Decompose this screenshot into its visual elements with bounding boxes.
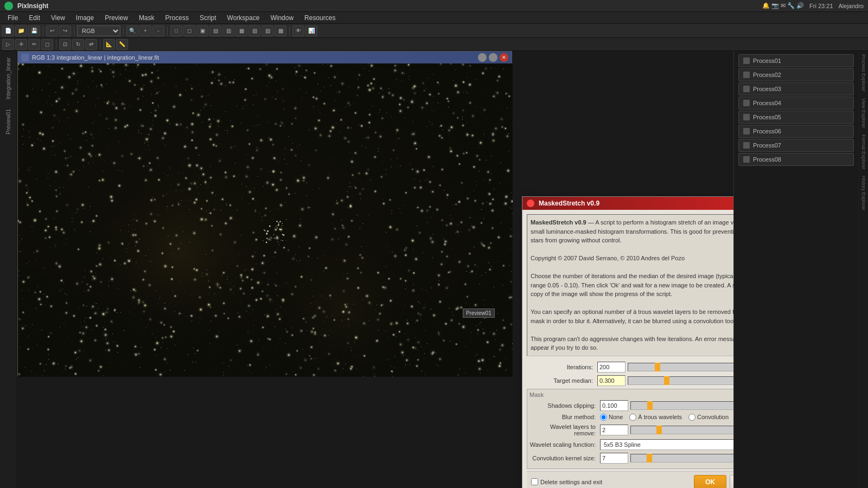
integration-linear-tab[interactable]: Integration_linear bbox=[3, 53, 14, 104]
process03-btn[interactable]: Process03 bbox=[738, 82, 854, 95]
blur-atrous-radio[interactable]: À trous wavelets bbox=[629, 414, 682, 421]
menu-window[interactable]: Window bbox=[265, 13, 299, 23]
dialog-title: MaskedStretch v0.9 bbox=[539, 200, 599, 207]
image-window-title: RGB 1:3 integration_linear | integration… bbox=[32, 54, 159, 61]
process02-btn[interactable]: Process02 bbox=[738, 68, 854, 81]
tb1[interactable]: □ bbox=[170, 25, 182, 36]
wavelet-layers-slider[interactable] bbox=[630, 426, 733, 434]
move-btn[interactable]: ✛ bbox=[15, 39, 27, 50]
convolution-kernel-label: Convolution kernel size: bbox=[529, 455, 600, 461]
eraser-btn[interactable]: ◻ bbox=[41, 39, 53, 50]
blur-atrous-input[interactable] bbox=[629, 414, 636, 421]
process06-btn[interactable]: Process06 bbox=[738, 125, 854, 138]
tb3[interactable]: ▣ bbox=[196, 25, 208, 36]
delete-settings-label[interactable]: Delete settings and exit bbox=[531, 478, 694, 485]
new-btn[interactable]: 📄 bbox=[2, 25, 14, 36]
flip-btn[interactable]: ⇌ bbox=[85, 39, 97, 50]
delete-settings-checkbox[interactable] bbox=[531, 478, 538, 485]
blur-convolution-radio[interactable]: Convolution bbox=[688, 414, 729, 421]
tb2[interactable]: ◻ bbox=[183, 25, 195, 36]
target-median-label: Target median: bbox=[527, 377, 597, 384]
target-median-input[interactable] bbox=[597, 375, 626, 386]
menu-resources[interactable]: Resources bbox=[299, 13, 341, 23]
tb7[interactable]: ▧ bbox=[248, 25, 260, 36]
wavelet-layers-input[interactable] bbox=[600, 425, 628, 435]
process07-btn[interactable]: Process07 bbox=[738, 139, 854, 152]
menu-file[interactable]: File bbox=[2, 13, 23, 23]
wavelet-scaling-select[interactable]: 5x5 B3 Spline 3x3 Linear Hann Hamming bbox=[600, 439, 733, 450]
shadows-clipping-input[interactable] bbox=[600, 400, 628, 411]
wavelet-layers-label: Wavelet layers to remove: bbox=[529, 423, 600, 436]
history-explorer-tab[interactable]: History Explorer bbox=[860, 172, 867, 214]
dialog-title-bar[interactable]: MaskedStretch v0.9 bbox=[522, 197, 733, 210]
process08-btn[interactable]: Process08 bbox=[738, 153, 854, 166]
tb6[interactable]: ▦ bbox=[235, 25, 247, 36]
open-btn[interactable]: 📁 bbox=[15, 25, 27, 36]
zoom-in-btn[interactable]: + bbox=[139, 25, 151, 36]
view-explorer-tab[interactable]: View Explorer bbox=[860, 95, 867, 131]
iterations-input[interactable] bbox=[597, 362, 626, 373]
menu-image[interactable]: Image bbox=[71, 13, 99, 23]
title-bar: PixInsight 🔔 📷 ✉ 🔧 🔊 Fri 23:21 Alejandro bbox=[0, 0, 868, 12]
menu-process[interactable]: Process bbox=[160, 13, 194, 23]
select-btn[interactable]: ▷ bbox=[2, 39, 14, 50]
convolution-kernel-row: Convolution kernel size: bbox=[529, 453, 733, 464]
target-median-slider[interactable] bbox=[628, 376, 733, 385]
blur-none-radio[interactable]: None bbox=[600, 414, 623, 421]
preview01-tab[interactable]: Preview01 bbox=[3, 105, 14, 139]
process05-btn[interactable]: Process05 bbox=[738, 111, 854, 124]
tb8[interactable]: ▨ bbox=[261, 25, 273, 36]
format-explorer-tab[interactable]: Format Explorer bbox=[860, 131, 867, 173]
close-btn[interactable]: ✕ bbox=[500, 53, 508, 62]
crop-btn[interactable]: ⊡ bbox=[59, 39, 71, 50]
redo-btn[interactable]: ↪ bbox=[59, 25, 71, 36]
undo-btn[interactable]: ↩ bbox=[46, 25, 58, 36]
preview-label: Preview01 bbox=[463, 309, 495, 318]
image-title-bar[interactable]: RGB 1:3 integration_linear | integration… bbox=[18, 52, 512, 63]
blur-none-input[interactable] bbox=[600, 414, 607, 421]
process-explorer-tab[interactable]: Process Explorer bbox=[860, 51, 867, 95]
iterations-slider[interactable] bbox=[628, 363, 733, 371]
maximize-btn[interactable]: □ bbox=[489, 53, 497, 62]
zoom-btn[interactable]: 🔍 bbox=[126, 25, 138, 36]
ok-button[interactable]: OK bbox=[694, 475, 726, 489]
measure-btn[interactable]: 📐 bbox=[103, 39, 115, 50]
menu-edit[interactable]: Edit bbox=[23, 13, 46, 23]
wavelet-scaling-row: Wavelet scaling function: 5x5 B3 Spline … bbox=[529, 439, 733, 450]
desc-line5: This program can't do aggressive changes… bbox=[531, 335, 733, 352]
process04-btn[interactable]: Process04 bbox=[738, 97, 854, 110]
ruler-btn[interactable]: 📏 bbox=[116, 39, 128, 50]
zoom-out-btn[interactable]: - bbox=[152, 25, 164, 36]
blur-convolution-input[interactable] bbox=[688, 414, 695, 421]
blur-method-radios: None À trous wavelets Convolution bbox=[600, 414, 729, 421]
process08-icon bbox=[743, 156, 750, 163]
shadows-clipping-slider[interactable] bbox=[630, 401, 733, 410]
right-area: Process01 Process02 Process03 Process04 … bbox=[733, 51, 858, 488]
process07-icon bbox=[743, 142, 750, 149]
menu-script[interactable]: Script bbox=[194, 13, 222, 23]
tb5[interactable]: ▥ bbox=[222, 25, 234, 36]
menu-mask[interactable]: Mask bbox=[133, 13, 160, 23]
preview-btn[interactable]: 👁 bbox=[292, 25, 304, 36]
convolution-kernel-slider[interactable] bbox=[630, 454, 733, 463]
process05-icon bbox=[743, 114, 750, 120]
rotate-btn[interactable]: ↻ bbox=[72, 39, 84, 50]
desc-copyright: Copyright © 2007 David Serrano, © 2010 A… bbox=[531, 254, 733, 263]
star-canvas[interactable]: Preview01 bbox=[18, 63, 513, 377]
username: Alejandro bbox=[839, 3, 864, 9]
menu-preview[interactable]: Preview bbox=[99, 13, 133, 23]
tb9[interactable]: ▩ bbox=[275, 25, 286, 36]
hist-btn[interactable]: 📊 bbox=[305, 25, 317, 36]
convolution-kernel-input[interactable] bbox=[600, 453, 628, 464]
datetime: Fri 23:21 bbox=[809, 3, 833, 9]
tb4[interactable]: ▤ bbox=[209, 25, 221, 36]
process01-btn[interactable]: Process01 bbox=[738, 54, 854, 67]
save-btn[interactable]: 💾 bbox=[28, 25, 40, 36]
color-mode-select[interactable]: RGB Grayscale bbox=[77, 25, 120, 36]
image-window: RGB 1:3 integration_linear | integration… bbox=[17, 51, 512, 376]
menu-view[interactable]: View bbox=[46, 13, 71, 23]
menu-workspace[interactable]: Workspace bbox=[222, 13, 265, 23]
minimize-btn[interactable]: _ bbox=[478, 53, 487, 62]
cancel-button[interactable]: Cancel bbox=[730, 475, 733, 489]
pencil-btn[interactable]: ✏ bbox=[28, 39, 40, 50]
